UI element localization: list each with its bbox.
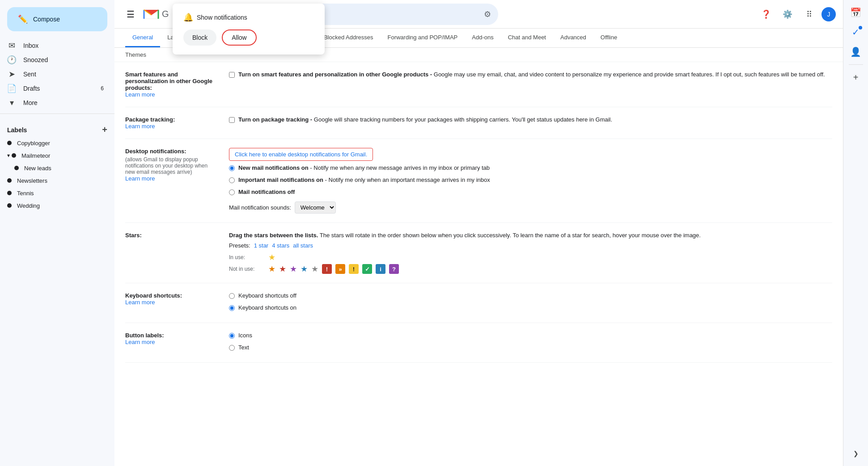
gold-star-in-use[interactable]: ★ xyxy=(268,252,275,262)
label-item-mailmeteor[interactable]: ▾ Mailmeteor xyxy=(0,149,111,162)
in-use-label: In use: xyxy=(229,254,265,260)
label-name: Newsletters xyxy=(17,177,47,184)
label-item-copyblogger[interactable]: Copyblogger xyxy=(0,137,111,149)
smart-features-checkbox-label[interactable]: Turn on smart features and personalizati… xyxy=(229,71,832,78)
package-tracking-checkbox-label[interactable]: Turn on package tracking - Google will s… xyxy=(229,116,832,123)
smart-features-label: Smart features and personalization in ot… xyxy=(125,71,215,98)
label-color-dot xyxy=(7,191,12,195)
new-mail-on-option[interactable]: New mail notifications on - Notify me wh… xyxy=(229,164,832,171)
important-mail-on-radio[interactable] xyxy=(229,177,235,183)
package-tracking-learn-more[interactable]: Learn more xyxy=(125,123,155,130)
button-labels-learn-more[interactable]: Learn more xyxy=(125,339,155,345)
blue-star[interactable]: ★ xyxy=(301,264,308,274)
preset-all-stars[interactable]: all stars xyxy=(293,242,313,249)
purple-q-icon[interactable]: ? xyxy=(389,264,399,274)
sidebar-item-sent[interactable]: ➤ Sent xyxy=(0,67,111,81)
tab-advanced[interactable]: Advanced xyxy=(553,29,593,47)
label-name: New leads xyxy=(24,165,51,172)
apps-button[interactable]: ⠿ xyxy=(800,5,818,23)
text-radio[interactable] xyxy=(229,345,235,351)
smart-features-checkbox[interactable] xyxy=(229,72,235,78)
mail-off-label: Mail notifications off xyxy=(238,189,295,195)
keyboard-shortcuts-learn-more[interactable]: Learn more xyxy=(125,299,155,306)
drafts-badge: 6 xyxy=(101,85,104,92)
green-check-icon[interactable]: ✓ xyxy=(362,264,372,274)
new-mail-on-radio[interactable] xyxy=(229,165,235,171)
chevron-icon: ▾ xyxy=(7,152,10,159)
shortcuts-off-radio[interactable] xyxy=(229,293,235,299)
tab-forwarding[interactable]: Forwarding and POP/IMAP xyxy=(380,29,465,47)
label-item-tennis[interactable]: Tennis xyxy=(0,187,111,199)
keyboard-shortcuts-row: Keyboard shortcuts: Learn more Keyboard … xyxy=(125,283,832,323)
right-icon-contacts[interactable]: 👤 xyxy=(847,43,865,61)
hamburger-button[interactable]: ☰ xyxy=(122,5,140,23)
notif-radio-group: New mail notifications on - Notify me wh… xyxy=(229,164,832,198)
preset-4stars[interactable]: 4 stars xyxy=(272,242,289,249)
shortcuts-on-label: Keyboard shortcuts on xyxy=(238,304,296,311)
gray-star[interactable]: ★ xyxy=(311,264,318,274)
keyboard-shortcuts-label: Keyboard shortcuts: Learn more xyxy=(125,292,215,314)
keyboard-shortcuts-title: Keyboard shortcuts: xyxy=(125,292,182,299)
help-button[interactable]: ❓ xyxy=(757,5,775,23)
desktop-notif-subtext: (allows Gmail to display popup notificat… xyxy=(125,156,215,175)
mail-off-option[interactable]: Mail notifications off xyxy=(229,189,832,195)
block-button[interactable]: Block xyxy=(183,29,216,46)
preset-1star[interactable]: 1 star xyxy=(254,242,269,249)
sidebar-item-snoozed[interactable]: 🕐 Snoozed xyxy=(0,53,111,67)
right-icon-add[interactable]: + xyxy=(847,68,865,86)
smart-features-row: Smart features and personalization in ot… xyxy=(125,62,832,107)
button-labels-row: Button labels: Learn more Icons Text xyxy=(125,323,832,363)
orange-star[interactable]: ★ xyxy=(268,264,275,274)
allow-button[interactable]: Allow xyxy=(222,29,256,46)
collapse-icon-wrapper: ▾ xyxy=(7,152,16,159)
right-expand-icon[interactable]: ❯ xyxy=(847,445,865,462)
tab-offline[interactable]: Offline xyxy=(593,29,624,47)
purple-star[interactable]: ★ xyxy=(290,264,297,274)
stars-label: Stars: xyxy=(125,232,215,274)
tab-general[interactable]: General xyxy=(125,29,160,47)
text-option[interactable]: Text xyxy=(229,344,832,351)
mail-sounds-select[interactable]: Welcome Default None xyxy=(295,202,336,214)
red-star[interactable]: ★ xyxy=(279,264,286,274)
desktop-notif-title: Desktop notifications: xyxy=(125,148,186,155)
compose-button[interactable]: ✏️ Compose xyxy=(7,7,107,31)
labels-section: Labels + xyxy=(0,121,114,137)
right-icon-calendar[interactable]: 📅 xyxy=(847,4,865,21)
orange-exclaim-icon[interactable]: » xyxy=(335,264,345,274)
icons-radio[interactable] xyxy=(229,333,235,339)
sidebar-item-more[interactable]: ▾ More xyxy=(0,96,111,110)
add-label-icon[interactable]: + xyxy=(102,125,107,135)
tab-addons[interactable]: Add-ons xyxy=(465,29,500,47)
label-item-new-leads[interactable]: New leads xyxy=(0,162,111,174)
tune-icon[interactable]: ⚙ xyxy=(484,9,491,19)
shortcuts-on-option[interactable]: Keyboard shortcuts on xyxy=(229,304,832,311)
desktop-notif-learn-more[interactable]: Learn more xyxy=(125,175,155,182)
right-icon-tasks[interactable]: ✓ xyxy=(847,23,865,41)
shortcuts-on-radio[interactable] xyxy=(229,305,235,311)
sidebar-item-inbox[interactable]: ✉ Inbox xyxy=(0,38,111,53)
sidebar-divider xyxy=(0,113,114,114)
smart-features-learn-more[interactable]: Learn more xyxy=(125,91,155,98)
tasks-notif-dot xyxy=(859,26,862,29)
label-color-dot xyxy=(7,141,12,145)
red-exclaim-icon[interactable]: ! xyxy=(322,264,332,274)
package-tracking-row: Package tracking: Learn more Turn on pac… xyxy=(125,107,832,139)
sidebar-item-drafts[interactable]: 📄 Drafts 6 xyxy=(0,81,111,96)
settings-button[interactable]: ⚙️ xyxy=(779,5,796,23)
blue-info-icon[interactable]: i xyxy=(376,264,385,274)
shortcuts-off-option[interactable]: Keyboard shortcuts off xyxy=(229,292,832,299)
label-item-newsletters[interactable]: Newsletters xyxy=(0,174,111,187)
avatar[interactable]: J xyxy=(821,7,836,21)
icons-option[interactable]: Icons xyxy=(229,332,832,339)
compose-label: Compose xyxy=(33,16,60,23)
yellow-exclaim-icon[interactable]: ! xyxy=(349,264,359,274)
sidebar-item-label: Drafts xyxy=(23,85,40,92)
label-color-dot xyxy=(14,166,19,170)
important-mail-on-option[interactable]: Important mail notifications on - Notify… xyxy=(229,176,832,183)
mail-off-radio[interactable] xyxy=(229,189,235,195)
label-item-wedding[interactable]: Wedding xyxy=(0,199,111,212)
enable-desktop-notif-link[interactable]: Click here to enable desktop notificatio… xyxy=(229,148,373,161)
package-tracking-checkbox[interactable] xyxy=(229,117,235,123)
drag-stars-text: Drag the stars between the lists. The st… xyxy=(229,232,832,239)
tab-chat[interactable]: Chat and Meet xyxy=(501,29,553,47)
